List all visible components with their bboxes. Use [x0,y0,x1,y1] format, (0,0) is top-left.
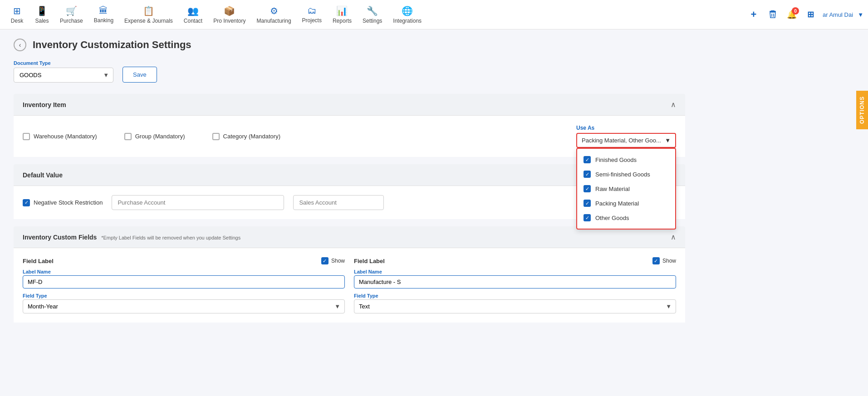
field-block-2: Field Label ✓ Show Label Name Field Type [354,257,676,313]
add-button[interactable]: + [746,7,761,22]
document-type-group: Document Type GOODS SERVICE ▼ [14,60,113,83]
nav-integrations[interactable]: 🌐 Integrations [387,3,427,27]
field-1-type-select-wrap: Month-Year Text Date ▼ [23,299,345,313]
nav-expense-journals[interactable]: 📋 Expense & Journals [119,3,178,27]
field-1-label-name-input[interactable] [23,275,345,288]
page-title: Inventory Customization Settings [33,39,191,51]
inventory-item-section-header[interactable]: Inventory Item ∧ [14,94,685,115]
custom-fields-section: Inventory Custom Fields *Empty Label Fie… [14,226,685,323]
document-type-select[interactable]: GOODS SERVICE [14,68,113,83]
raw-material-label: Raw Material [595,186,630,192]
field-1-show-checkbox[interactable]: ✓ [321,257,329,264]
user-dropdown-arrow[interactable]: ▼ [858,11,863,18]
group-checkbox-item: Group (Mandatory) [124,133,185,140]
other-goods-checkbox[interactable]: ✓ [584,214,591,221]
option-packing-material[interactable]: ✓ Packing Material [577,196,675,210]
use-as-label: Use As [576,125,676,131]
manufacturing-icon: ⚙ [270,5,278,16]
desk-icon: ⊞ [13,5,21,16]
nav-banking[interactable]: 🏛 Banking [88,3,119,26]
option-other-goods[interactable]: ✓ Other Goods [577,210,675,225]
grid-view-button[interactable]: ⊞ [804,7,818,22]
page-header: ‹ Inventory Customization Settings [14,39,685,51]
negative-stock-item: ✓ Negative Stock Restriction [23,199,103,206]
field-2-type-label: Field Type [354,293,676,298]
field-block-2-title: Field Label [354,258,385,264]
semi-finished-goods-label: Semi-finished Goods [595,171,650,178]
category-checkbox[interactable] [212,133,220,140]
field-block-1-header: Field Label ✓ Show [23,257,345,264]
inventory-item-title: Inventory Item [23,101,66,108]
save-button[interactable]: Save [123,67,157,83]
finished-goods-label: Finished Goods [595,156,637,163]
sales-account-input[interactable] [293,195,384,210]
field-1-type-row: Field Type Month-Year Text Date ▼ [23,293,345,313]
banking-icon: 🏛 [99,5,108,16]
warehouse-checkbox-item: Warehouse (Mandatory) [23,133,97,140]
option-raw-material[interactable]: ✓ Raw Material [577,181,675,196]
packing-material-checkbox[interactable]: ✓ [584,200,591,207]
nav-reports[interactable]: 📊 Reports [327,3,357,27]
option-semi-finished-goods[interactable]: ✓ Semi-finished Goods [577,167,675,181]
field-1-type-label: Field Type [23,293,345,298]
inventory-item-chevron: ∧ [671,100,676,109]
svg-rect-1 [771,10,775,11]
other-goods-label: Other Goods [595,215,629,221]
warehouse-checkbox[interactable] [23,133,30,140]
finished-goods-checkbox[interactable]: ✓ [584,156,591,163]
nav-contact[interactable]: 👥 Contact [178,3,208,27]
field-1-type-select[interactable]: Month-Year Text Date [23,299,345,313]
field-2-label-name-row: Label Name [354,269,676,288]
nav-right-area: + 🔔 0 ⊞ ar Amul Dai ▼ [746,7,863,22]
nav-desk[interactable]: ⊞ Desk [5,3,29,27]
purchase-icon: 🛒 [66,5,77,16]
notifications-button[interactable]: 🔔 0 [785,7,799,22]
nav-manufacturing[interactable]: ⚙ Manufacturing [251,3,297,27]
contact-icon: 👥 [187,5,199,16]
projects-icon: 🗂 [307,5,316,16]
group-label: Group (Mandatory) [135,133,185,140]
document-type-select-wrapper: GOODS SERVICE ▼ [14,68,113,83]
sales-icon: 📱 [36,5,48,16]
use-as-value: Packing Material, Other Goo... [582,137,661,144]
inventory-item-section: Inventory Item ∧ Warehouse (Mandatory) G… [14,94,685,157]
options-sidebar[interactable]: OPTIONS [856,91,868,129]
delete-button[interactable] [765,7,780,22]
custom-fields-chevron: ∧ [671,233,676,241]
nav-pro-inventory[interactable]: 📦 Pro Inventory [208,3,251,27]
field-2-label-name-input[interactable] [354,275,676,288]
custom-fields-subtitle: *Empty Label Fields will be removed when… [101,235,240,240]
nav-projects[interactable]: 🗂 Projects [297,3,327,26]
user-name[interactable]: ar Amul Dai [823,11,853,18]
packing-material-label: Packing Material [595,200,639,207]
raw-material-checkbox[interactable]: ✓ [584,185,591,192]
group-checkbox[interactable] [124,133,132,140]
field-1-show-label: Show [331,258,345,264]
notification-badge: 0 [792,7,799,15]
field-block-1-title: Field Label [23,258,54,264]
settings-icon: 🔧 [367,5,378,16]
use-as-dropdown-trigger[interactable]: Packing Material, Other Goo... ▼ [576,133,676,148]
field-2-type-select[interactable]: Text Month-Year Date [354,299,676,313]
default-value-title: Default Value [23,171,63,179]
document-type-row: Document Type GOODS SERVICE ▼ Save [14,60,685,83]
field-2-show-label: Show [662,258,676,264]
option-finished-goods[interactable]: ✓ Finished Goods [577,152,675,167]
purchase-account-input[interactable] [112,195,284,210]
nav-settings[interactable]: 🔧 Settings [357,3,387,27]
expense-icon: 📋 [143,5,154,16]
field-1-label-name-label: Label Name [23,269,345,274]
nav-sales[interactable]: 📱 Sales [29,3,54,27]
nav-purchase[interactable]: 🛒 Purchase [54,3,88,27]
back-button[interactable]: ‹ [14,39,26,51]
field-2-show-checkbox[interactable]: ✓ [652,257,660,264]
reports-icon: 📊 [336,5,348,16]
semi-finished-goods-checkbox[interactable]: ✓ [584,171,591,178]
field-block-2-show: ✓ Show [652,257,676,264]
custom-fields-grid: Field Label ✓ Show Label Name Field Type [23,257,676,313]
warehouse-label: Warehouse (Mandatory) [34,133,97,140]
negative-stock-checkbox[interactable]: ✓ [23,199,30,206]
custom-fields-section-header[interactable]: Inventory Custom Fields *Empty Label Fie… [14,226,685,248]
field-2-type-row: Field Type Text Month-Year Date ▼ [354,293,676,313]
custom-fields-section-body: Field Label ✓ Show Label Name Field Type [14,248,685,323]
